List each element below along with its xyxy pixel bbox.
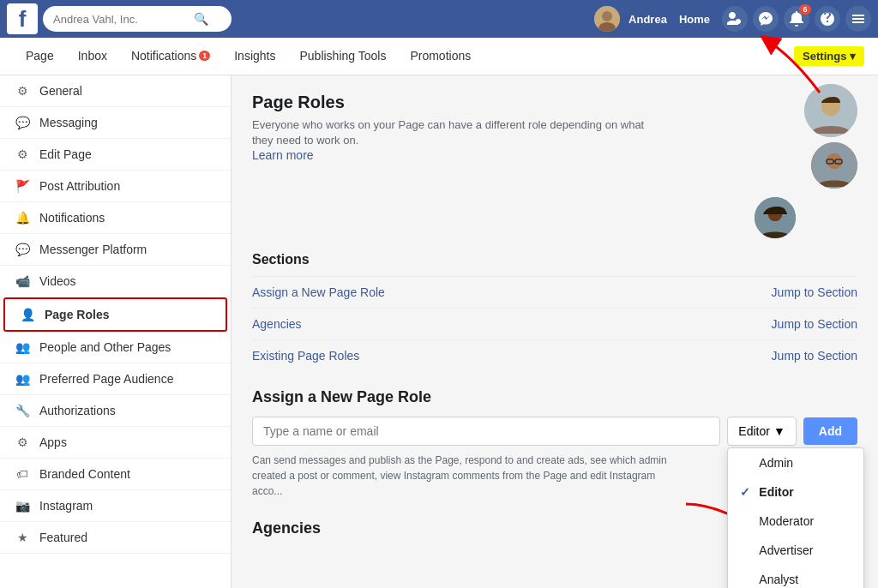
role-option-admin[interactable]: Admin [728,448,863,477]
checkmark-editor: ✓ [740,485,752,499]
sidebar-item-authorizations[interactable]: 🔧 Authorizations [0,395,231,427]
avatar-2 [811,142,857,189]
nav-username: Andrea [628,13,667,26]
assign-name-email-input[interactable] [252,417,720,446]
messenger-icon: 💬 [14,243,31,256]
sidebar-item-preferred-page-audience[interactable]: 👥 Preferred Page Audience [0,363,231,395]
sidebar-item-edit-page[interactable]: ⚙ Edit Page [0,139,231,171]
flag-icon: 🚩 [14,179,31,193]
home-button[interactable]: Home [672,9,717,29]
notifications-badge: 1 [199,51,210,61]
assign-new-page-role-link[interactable]: Assign a New Page Role [252,285,385,299]
assign-input-row: Editor ▼ Admin ✓ Editor [252,417,857,446]
friends-icon-btn[interactable] [722,6,748,32]
sidebar-item-branded-content[interactable]: 🏷 Branded Content [0,459,231,490]
sidebar-item-post-attribution[interactable]: 🚩 Post Attribution [0,171,231,202]
page-roles-title: Page Roles [252,93,737,112]
tab-insights[interactable]: Insights [222,38,287,75]
jump-to-existing[interactable]: Jump to Section [772,349,857,363]
tab-publishing-tools[interactable]: Publishing Tools [287,38,398,75]
role-option-analyst[interactable]: Analyst [728,565,863,588]
sidebar-item-instagram[interactable]: 📷 Instagram [0,490,231,522]
checkmark-advertiser [740,543,752,557]
role-dropdown[interactable]: Editor ▼ Admin ✓ Editor [727,417,796,446]
add-role-button[interactable]: Add [803,417,857,445]
search-input[interactable] [53,13,190,26]
checkmark-admin [740,456,752,470]
help-icon-btn[interactable] [815,6,840,32]
sidebar-item-messenger-platform[interactable]: 💬 Messenger Platform [0,234,231,266]
agencies-link[interactable]: Agencies [252,317,302,331]
jump-to-assign[interactable]: Jump to Section [772,285,857,299]
svg-point-1 [602,11,612,21]
search-bar[interactable]: 🔍 [43,6,232,32]
messenger-icon-btn[interactable] [753,6,779,32]
role-dropdown-button[interactable]: Editor ▼ [727,417,796,446]
more-icon-btn[interactable] [845,6,871,32]
sub-navigation: Page Inbox Notifications 1 Insights Publ… [0,38,878,75]
tab-page[interactable]: Page [14,38,66,75]
sidebar-item-videos[interactable]: 📹 Videos [0,266,231,297]
main-content: Page Roles Everyone who works on your Pa… [232,75,878,588]
jump-to-agencies[interactable]: Jump to Section [772,317,857,331]
learn-more-link[interactable]: Learn more [252,148,314,162]
sections-title: Sections [252,252,857,267]
page-roles-desc: Everyone who works on your Page can have… [252,117,664,148]
sidebar-item-people-other-pages[interactable]: 👥 People and Other Pages [0,332,231,363]
tab-inbox[interactable]: Inbox [66,38,119,75]
section-row-agencies: Agencies Jump to Section [252,308,857,339]
avatar-1 [804,84,857,137]
existing-page-roles-link[interactable]: Existing Page Roles [252,349,359,363]
dropdown-chevron-icon: ▼ [773,424,785,438]
main-layout: ⚙ General 💬 Messaging ⚙ Edit Page 🚩 Post… [0,75,878,588]
tag-icon: 🏷 [14,467,31,481]
gear-icon: ⚙ [14,84,31,98]
sidebar-item-notifications[interactable]: 🔔 Notifications [0,202,231,234]
role-option-advertiser[interactable]: Advertiser [728,536,863,565]
checkmark-moderator [740,514,752,528]
role-option-moderator[interactable]: Moderator [728,507,863,536]
avatars-group [755,84,857,238]
notification-badge: 6 [799,4,811,15]
page-roles-description: Page Roles Everyone who works on your Pa… [252,93,737,162]
sections-container: Sections Assign a New Page Role Jump to … [252,252,857,371]
role-option-editor[interactable]: ✓ Editor [728,477,863,507]
auth-icon: 🔧 [14,404,31,417]
sidebar-item-messaging[interactable]: 💬 Messaging [0,107,231,139]
top-nav-right: Andrea Home 6 [594,6,871,32]
people-icon: 👥 [14,340,31,354]
audience-icon: 👥 [14,372,31,386]
assign-title: Assign a New Page Role [252,388,857,406]
section-row-existing: Existing Page Roles Jump to Section [252,339,857,371]
notifications-icon-btn[interactable]: 6 [784,6,809,32]
edit-icon: ⚙ [14,147,31,161]
selected-role-label: Editor [738,424,770,438]
messaging-icon: 💬 [14,116,31,129]
avatar-3 [755,197,796,238]
section-row-assign: Assign a New Page Role Jump to Section [252,276,857,308]
assign-section: Assign a New Page Role Editor ▼ Admin [252,388,857,499]
page-roles-header: Page Roles Everyone who works on your Pa… [252,93,857,238]
sidebar-item-featured[interactable]: ★ Featured [0,522,231,554]
tab-promotions[interactable]: Promotions [398,38,483,75]
person-icon: 👤 [19,308,36,321]
sidebar: ⚙ General 💬 Messaging ⚙ Edit Page 🚩 Post… [0,75,232,588]
settings-button[interactable]: Settings ▾ [794,46,864,66]
bell-icon: 🔔 [14,211,31,225]
sidebar-item-apps[interactable]: ⚙ Apps [0,427,231,459]
top-navigation: f 🔍 Andrea Home 6 [0,0,878,38]
avatar [594,6,620,32]
sidebar-item-general[interactable]: ⚙ General [0,75,231,107]
search-icon: 🔍 [194,12,208,26]
instagram-icon: 📷 [14,499,31,513]
video-icon: 📹 [14,274,31,288]
sidebar-item-page-roles[interactable]: 👤 Page Roles [3,297,227,332]
role-dropdown-menu: Admin ✓ Editor Moderator Advertise [727,447,864,588]
assign-description: Can send messages and publish as the Pag… [252,453,681,499]
facebook-logo: f [7,3,38,34]
star-icon: ★ [14,531,31,544]
tab-notifications[interactable]: Notifications 1 [119,38,222,75]
checkmark-analyst [740,573,752,586]
apps-icon: ⚙ [14,435,31,449]
